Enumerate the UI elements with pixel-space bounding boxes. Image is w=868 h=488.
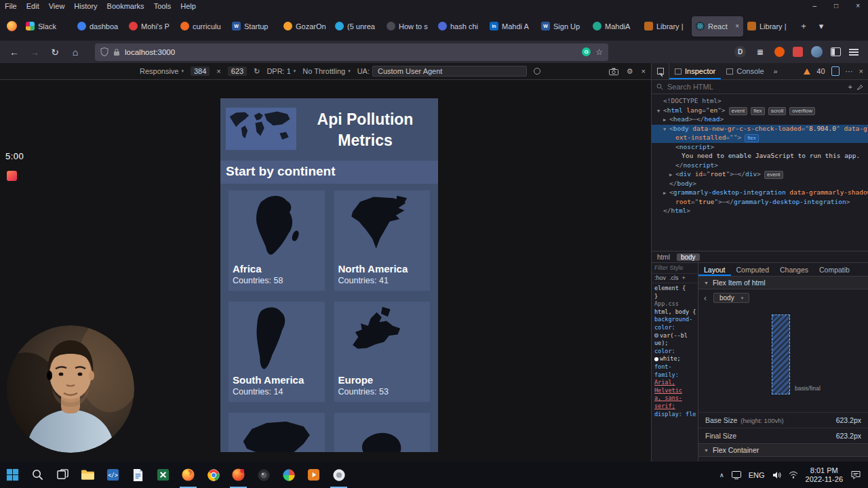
maximize-button[interactable]: □ <box>834 2 838 9</box>
sidebar-tab-changes[interactable]: Changes <box>774 263 814 276</box>
tab-react[interactable]: React× <box>692 16 743 37</box>
css-rule-line[interactable]: background- <box>654 316 698 324</box>
tab-startup[interactable]: WStartup <box>228 16 279 37</box>
notification-center-icon[interactable] <box>850 470 861 480</box>
continent-card-south-america[interactable]: South AmericaCountries: 14 <box>229 302 325 402</box>
color-swatch[interactable] <box>654 333 658 338</box>
sidebar-tab-compatib[interactable]: Compatib <box>814 263 855 276</box>
extension-red-icon[interactable] <box>793 47 803 57</box>
markup-line[interactable]: ▶<head>⋯</head> <box>652 115 868 125</box>
tab-dashboa[interactable]: dashboa <box>73 16 125 37</box>
volume-icon[interactable] <box>772 471 781 479</box>
markup-line[interactable]: ▼<html lang="en">eventflexscrolloverflow <box>652 106 868 116</box>
menu-item-tools[interactable]: Tools <box>149 2 176 10</box>
breadcrumb-html[interactable]: html <box>657 253 670 261</box>
profile-avatar[interactable] <box>811 46 823 58</box>
css-rule-line[interactable]: } <box>654 293 698 301</box>
menu-icon[interactable] <box>849 49 859 56</box>
rdm-settings-gear-icon[interactable]: ⚙ <box>627 67 633 76</box>
close-window-button[interactable]: × <box>856 2 860 9</box>
node-picker-button[interactable] <box>652 63 669 79</box>
css-rule-line[interactable]: display: fle <box>654 411 698 419</box>
tab-library[interactable]: Library | <box>743 16 795 37</box>
markup-line[interactable]: </html> <box>652 207 868 216</box>
minimize-button[interactable]: – <box>813 2 817 9</box>
dpr-selector[interactable]: DPR: 1▾ <box>267 67 296 75</box>
twisty-icon[interactable]: ▼ <box>657 107 663 116</box>
markup-line[interactable]: root="true">⋯</grammarly-desktop-integra… <box>652 198 868 207</box>
rotate-viewport-button[interactable]: ↻ <box>254 67 260 76</box>
back-arrow-icon[interactable]: ‹ <box>704 293 707 303</box>
list-all-tabs-button[interactable]: ▾ <box>812 18 830 35</box>
extension-orange-icon[interactable] <box>774 47 785 57</box>
css-rule-line[interactable]: Arial, <box>654 379 698 387</box>
lock-icon[interactable] <box>113 48 120 56</box>
warning-count[interactable]: 40 <box>816 67 825 75</box>
new-node-button[interactable]: + <box>848 83 852 91</box>
taskbar-app-chrome[interactable] <box>201 462 226 488</box>
markup-line[interactable]: </body> <box>652 180 868 189</box>
menu-item-bookmarks[interactable]: Bookmarks <box>102 2 149 10</box>
continent-card-oceania[interactable] <box>334 413 431 452</box>
tab-mohi-s-p[interactable]: Mohi's P <box>125 16 176 37</box>
reload-button[interactable]: ↻ <box>46 44 64 60</box>
taskbar-app-firefox[interactable] <box>176 462 201 488</box>
pretty-print-icon[interactable] <box>856 83 863 90</box>
devtools-tab-inspector[interactable]: Inspector <box>669 63 721 79</box>
menu-item-edit[interactable]: Edit <box>22 2 44 10</box>
devtools-menu-button[interactable]: ⋯ <box>846 67 853 76</box>
home-button[interactable]: ⌂ <box>66 44 84 60</box>
extension-d-icon[interactable]: D <box>734 46 746 58</box>
markup-line[interactable]: <!DOCTYPE html> <box>652 97 868 106</box>
markup-line[interactable]: You need to enable JavaScript to run thi… <box>652 152 868 161</box>
css-rule-line[interactable]: ue); <box>654 340 698 348</box>
tab-hash-chi[interactable]: hash chi <box>434 16 486 37</box>
screenshot-camera-icon[interactable] <box>609 68 618 75</box>
markup-line[interactable]: ext-installed="">flex <box>652 134 868 143</box>
sidebar-toggle-icon[interactable] <box>831 47 841 56</box>
continent-card-europe[interactable]: EuropeCountries: 53 <box>334 302 431 402</box>
back-button[interactable]: ← <box>5 44 23 60</box>
new-tab-button[interactable]: + <box>795 18 812 35</box>
continent-card-north-america[interactable]: North AmericaCountries: 41 <box>334 190 431 291</box>
rdm-close-button[interactable]: × <box>642 67 646 75</box>
css-rule-line[interactable]: Helvetic <box>654 387 698 395</box>
tab-gozaron[interactable]: GozarOn <box>279 16 331 37</box>
css-rule-line[interactable]: element { <box>654 285 698 293</box>
menu-item-help[interactable]: Help <box>176 2 201 10</box>
user-agent-field[interactable]: UA:Custom User Agent <box>357 66 527 77</box>
markup-line[interactable]: </noscript> <box>652 161 868 171</box>
markup-line[interactable]: ▼<body data-new-gr-c-s-check-loaded="8.9… <box>652 125 868 134</box>
device-selector[interactable]: Responsive▾ <box>140 67 184 75</box>
search-html-input[interactable]: Search HTML <box>667 83 844 91</box>
grammarly-extension-icon[interactable]: G <box>582 47 591 56</box>
continent-card-asia[interactable] <box>229 413 325 452</box>
taskbar-app-file-explorer[interactable] <box>75 462 100 488</box>
throttling-selector[interactable]: No Throttling▾ <box>302 67 350 75</box>
twisty-icon[interactable]: ▼ <box>663 125 669 134</box>
twisty-icon[interactable]: ▶ <box>663 189 669 198</box>
more-tools-button[interactable]: » <box>770 67 782 75</box>
taskbar-app-task-view[interactable] <box>50 462 75 488</box>
url-input[interactable]: localhost:3000 <box>125 48 577 56</box>
tray-app-icon[interactable] <box>732 471 741 479</box>
tab-mahdi-a[interactable]: inMahdi A <box>486 16 537 37</box>
taskbar-app-spreadsheet[interactable] <box>151 462 176 488</box>
sidebar-tab-layout[interactable]: Layout <box>698 263 731 276</box>
pseudo-toggle-item[interactable]: + <box>682 274 686 281</box>
extensions-grid-icon[interactable]: ▦ <box>754 46 766 58</box>
taskbar-app-search[interactable] <box>25 462 50 488</box>
viewport-width-input[interactable]: 384 <box>191 66 210 76</box>
flex-container-header[interactable]: ▼ Flex Container <box>698 443 868 457</box>
devtools-close-button[interactable]: × <box>859 67 863 75</box>
tab-sign-up[interactable]: WSign Up <box>537 16 589 37</box>
tab-5-unrea[interactable]: (5 unrea <box>331 16 382 37</box>
css-rule-line[interactable]: html, body { <box>654 308 698 317</box>
color-swatch[interactable] <box>654 357 658 361</box>
flex-item-select[interactable]: body ▾ <box>713 293 749 303</box>
twisty-icon[interactable]: ▶ <box>669 171 675 180</box>
bookmark-star-icon[interactable]: ☆ <box>595 47 603 57</box>
viewport-height-input[interactable]: 623 <box>228 66 247 76</box>
recorder-stop-button[interactable] <box>7 171 17 181</box>
network-icon[interactable] <box>789 471 798 479</box>
